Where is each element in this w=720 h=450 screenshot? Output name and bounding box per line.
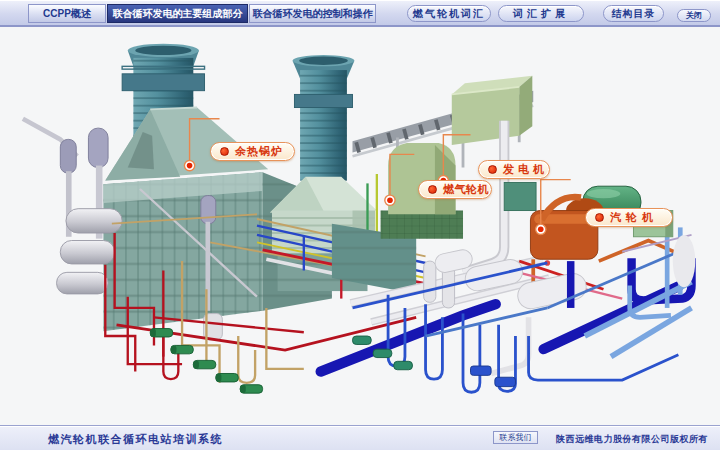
tab-main-components[interactable]: 联合循环发电的主要组成部分 bbox=[107, 4, 248, 23]
label-hrsg-text: 余热锅炉 bbox=[235, 144, 283, 159]
label-steam-turbine[interactable]: 汽轮机 bbox=[585, 208, 673, 227]
marker-dot-icon bbox=[428, 185, 437, 194]
marker-dot-icon bbox=[595, 213, 604, 222]
copyright-text: 陕西远维电力股份有限公司版权所有 bbox=[556, 433, 708, 446]
marker-dot-icon bbox=[220, 147, 229, 156]
close-button[interactable]: 关闭 bbox=[677, 9, 711, 22]
hrsg-stack-2 bbox=[293, 55, 355, 180]
tab-ccpp-overview[interactable]: CCPP概述 bbox=[28, 4, 106, 23]
ccpp-training-app: CCPP概述 联合循环发电的主要组成部分 联合循环发电的控制和操作 燃气轮机词汇… bbox=[0, 0, 720, 450]
status-bar: 燃汽轮机联合循环电站培训系统 联系我们 陕西远维电力股份有限公司版权所有 bbox=[0, 425, 720, 450]
tab-control-operation[interactable]: 联合循环发电的控制和操作 bbox=[249, 4, 376, 23]
label-generator[interactable]: 发电机 bbox=[478, 160, 550, 179]
label-steam-turbine-text: 汽轮机 bbox=[610, 210, 658, 225]
contact-us-button[interactable]: 联系我们 bbox=[493, 431, 538, 444]
label-gas-turbine[interactable]: 燃气轮机 bbox=[418, 180, 492, 199]
button-structure-directory[interactable]: 结构目录 bbox=[603, 5, 664, 22]
button-gas-turbine-vocabulary[interactable]: 燃气轮机词汇 bbox=[407, 5, 491, 22]
toolbar: CCPP概述 联合循环发电的主要组成部分 联合循环发电的控制和操作 燃气轮机词汇… bbox=[0, 0, 720, 27]
plant-3d-viewport[interactable]: 余热锅炉 发电机 燃气轮机 汽轮机 bbox=[0, 27, 720, 425]
hotspot-steam-turbine[interactable] bbox=[536, 224, 546, 234]
marker-dot-icon bbox=[488, 165, 497, 174]
button-vocabulary-extension[interactable]: 词汇扩展 bbox=[498, 5, 584, 22]
label-hrsg[interactable]: 余热锅炉 bbox=[210, 142, 295, 161]
label-gas-turbine-text: 燃气轮机 bbox=[443, 182, 489, 197]
system-title: 燃汽轮机联合循环电站培训系统 bbox=[48, 432, 223, 447]
hotspot-hrsg[interactable] bbox=[184, 160, 194, 170]
label-generator-text: 发电机 bbox=[503, 162, 548, 177]
hotspot-gas-turbine[interactable] bbox=[385, 195, 395, 205]
